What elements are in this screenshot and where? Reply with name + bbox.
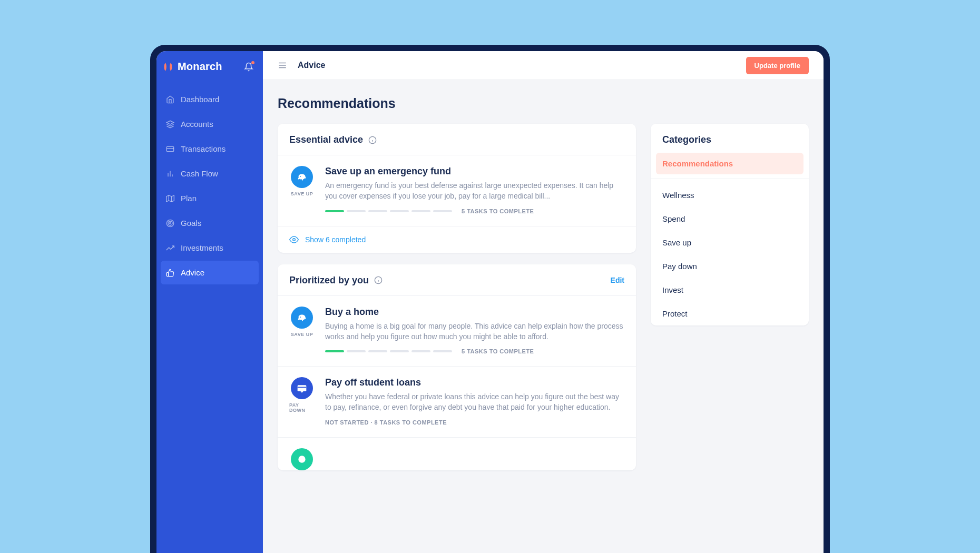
- category-item-paydown[interactable]: Pay down: [651, 254, 809, 278]
- category-label: SAVE UP: [291, 332, 313, 337]
- target-icon: [166, 219, 174, 228]
- progress-segment: [433, 210, 452, 212]
- item-body: Save up an emergency fund An emergency f…: [325, 166, 624, 214]
- categories-title: Categories: [651, 124, 809, 153]
- edit-button[interactable]: Edit: [611, 276, 624, 284]
- advice-item[interactable]: SAVE UP Buy a home Buying a home is a bi…: [278, 295, 636, 367]
- sidebar-item-dashboard[interactable]: Dashboard: [161, 87, 259, 111]
- sidebar-item-accounts[interactable]: Accounts: [161, 112, 259, 136]
- svg-rect-22: [298, 385, 307, 391]
- item-description: Buying a home is a big goal for many peo…: [325, 321, 624, 342]
- prioritized-card: Prioritized by you Edit: [278, 264, 636, 470]
- item-body: [325, 448, 624, 470]
- sidebar-item-investments[interactable]: Investments: [161, 236, 259, 260]
- info-icon[interactable]: [368, 136, 377, 144]
- nav: Dashboard Accounts Transactions Cash Flo…: [156, 87, 263, 284]
- app-frame: Monarch Dashboard Accounts: [150, 45, 830, 553]
- menu-button[interactable]: [278, 61, 287, 70]
- topbar-title: Advice: [298, 61, 325, 70]
- category-item-recommendations[interactable]: Recommendations: [656, 153, 803, 174]
- category-item-protect[interactable]: Protect: [651, 302, 809, 325]
- item-title: Buy a home: [325, 307, 624, 318]
- svg-point-10: [168, 221, 172, 225]
- nav-label: Cash Flow: [181, 169, 218, 178]
- nav-label: Investments: [181, 243, 223, 252]
- topbar: Advice Update profile: [263, 51, 824, 80]
- svg-rect-1: [166, 146, 173, 151]
- category-item-saveup[interactable]: Save up: [651, 231, 809, 254]
- category-label: PAY DOWN: [289, 402, 315, 413]
- update-profile-button[interactable]: Update profile: [746, 57, 809, 74]
- sidebar-item-goals[interactable]: Goals: [161, 211, 259, 235]
- eye-icon: [289, 235, 299, 244]
- layers-icon: [166, 120, 174, 129]
- svg-point-24: [298, 456, 305, 462]
- page-title: Recommendations: [278, 96, 809, 111]
- item-title: Save up an emergency fund: [325, 166, 624, 177]
- svg-marker-0: [166, 121, 173, 124]
- tasks-label: 5 TASKS TO COMPLETE: [462, 208, 534, 214]
- item-description: An emergency fund is your best defense a…: [325, 180, 624, 202]
- category-item-wellness[interactable]: Wellness: [651, 183, 809, 207]
- brand-name: Monarch: [178, 61, 222, 73]
- category-label: SAVE UP: [291, 191, 313, 196]
- sidebar-item-plan[interactable]: Plan: [161, 186, 259, 210]
- icon-column: PAY DOWN: [289, 377, 315, 426]
- nav-label: Plan: [181, 194, 197, 203]
- notification-dot: [251, 61, 254, 64]
- item-body: Pay off student loans Whether you have f…: [325, 377, 624, 426]
- nav-label: Accounts: [181, 120, 213, 129]
- card-title: Prioritized by you: [289, 275, 369, 286]
- svg-point-18: [293, 238, 296, 241]
- thumbs-up-icon: [166, 269, 174, 277]
- card-icon: [291, 377, 313, 399]
- card-header: Prioritized by you Edit: [278, 264, 636, 295]
- icon-column: SAVE UP: [289, 166, 315, 214]
- piggy-icon: [291, 166, 313, 188]
- brand-logo-icon: [163, 62, 173, 72]
- bars-icon: [166, 170, 174, 178]
- columns: Essential advice SAVE: [278, 124, 809, 482]
- info-icon[interactable]: [374, 276, 383, 284]
- advice-item[interactable]: PAY DOWN Pay off student loans Whether y…: [278, 366, 636, 437]
- categories-card: Categories Recommendations Wellness Spen…: [651, 124, 809, 325]
- category-item-invest[interactable]: Invest: [651, 278, 809, 302]
- category-item-spend[interactable]: Spend: [651, 207, 809, 231]
- advice-item[interactable]: [278, 437, 636, 470]
- notifications-button[interactable]: [244, 62, 253, 72]
- sidebar-item-transactions[interactable]: Transactions: [161, 137, 259, 161]
- content: Recommendations Essential advice: [263, 80, 824, 553]
- tasks-label: 5 TASKS TO COMPLETE: [462, 348, 534, 354]
- progress-segments: [325, 210, 452, 212]
- brand[interactable]: Monarch: [163, 61, 222, 73]
- nav-label: Dashboard: [181, 95, 219, 104]
- advice-item[interactable]: SAVE UP Save up an emergency fund An eme…: [278, 155, 636, 226]
- item-body: Buy a home Buying a home is a big goal f…: [325, 307, 624, 355]
- status-line: NOT STARTED · 8 TASKS TO COMPLETE: [325, 419, 624, 426]
- app-inner: Monarch Dashboard Accounts: [156, 51, 824, 553]
- icon-column: [289, 448, 315, 470]
- column-right: Categories Recommendations Wellness Spen…: [651, 124, 809, 337]
- sidebar-item-advice[interactable]: Advice: [161, 261, 259, 284]
- progress-segment: [325, 210, 344, 212]
- progress-segment: [411, 350, 430, 352]
- sidebar-item-cashflow[interactable]: Cash Flow: [161, 162, 259, 185]
- trending-icon: [166, 244, 174, 252]
- card-header: Essential advice: [278, 124, 636, 155]
- card-icon: [166, 145, 174, 153]
- piggy-icon: [291, 307, 313, 329]
- progress-segment: [347, 350, 366, 352]
- divider: [651, 179, 809, 179]
- nav-label: Goals: [181, 219, 201, 228]
- essential-advice-card: Essential advice SAVE: [278, 124, 636, 253]
- progress-row: 5 TASKS TO COMPLETE: [325, 208, 624, 214]
- progress-segments: [325, 350, 452, 352]
- show-completed-button[interactable]: Show 6 completed: [278, 226, 636, 253]
- progress-segment: [368, 350, 387, 352]
- progress-segment: [368, 210, 387, 212]
- home-icon: [166, 95, 174, 104]
- progress-segment: [411, 210, 430, 212]
- nav-label: Advice: [181, 268, 204, 277]
- item-description: Whether you have federal or private loan…: [325, 391, 624, 413]
- advice-icon: [291, 448, 313, 470]
